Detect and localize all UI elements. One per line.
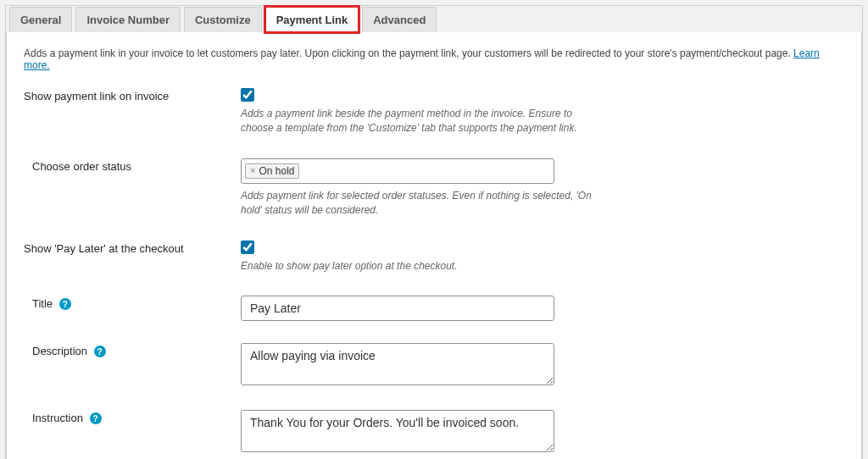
order-status-label: Choose order status [24,158,241,173]
help-icon[interactable]: ? [90,412,102,424]
show-link-description: Adds a payment link beside the payment m… [241,107,595,136]
chip-label: On hold [259,165,294,177]
settings-tabs: General Invoice Number Customize Payment… [6,7,862,32]
tab-advanced[interactable]: Advanced [362,7,437,32]
instruction-label: Instruction ? [24,410,241,425]
order-status-chip[interactable]: × On hold [245,163,299,179]
title-input[interactable] [241,296,554,321]
title-label: Title ? [24,296,241,311]
pay-later-checkbox[interactable] [241,241,254,254]
intro-text: Adds a payment link in your invoice to l… [24,47,844,71]
instruction-input[interactable] [241,410,554,452]
help-icon[interactable]: ? [94,346,106,357]
chip-remove-icon[interactable]: × [250,166,255,175]
show-link-checkbox[interactable] [241,88,254,102]
order-status-description: Adds payment link for selected order sta… [241,189,595,218]
tab-payment-link[interactable]: Payment Link [265,7,359,32]
order-status-select[interactable]: × On hold [241,158,554,184]
intro-body: Adds a payment link in your invoice to l… [24,47,793,59]
pay-later-label: Show 'Pay Later' at the checkout [24,241,241,255]
tab-general[interactable]: General [9,7,72,32]
tab-content: Adds a payment link in your invoice to l… [6,31,862,459]
tab-customize[interactable]: Customize [184,7,262,32]
description-input[interactable] [241,343,554,385]
description-label: Description ? [24,343,241,358]
tab-invoice-number[interactable]: Invoice Number [75,7,181,32]
pay-later-description: Enable to show pay later option at the c… [241,259,595,274]
help-icon[interactable]: ? [59,298,71,310]
show-link-label: Show payment link on invoice [24,88,241,102]
